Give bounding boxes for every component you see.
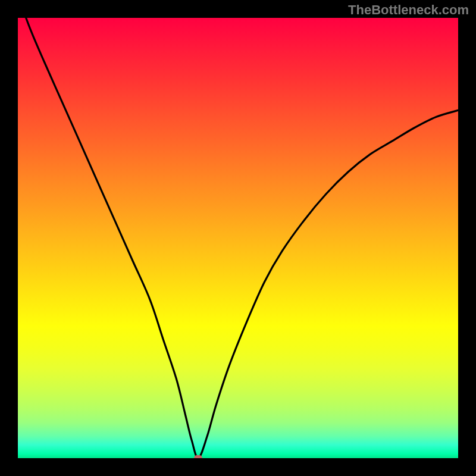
chart-container: TheBottleneck.com (0, 0, 476, 476)
watermark-text: TheBottleneck.com (348, 2, 469, 18)
optimal-point-marker (194, 455, 202, 458)
bottleneck-curve-path (18, 18, 458, 458)
curve-svg (18, 18, 458, 458)
plot-area (18, 18, 458, 458)
